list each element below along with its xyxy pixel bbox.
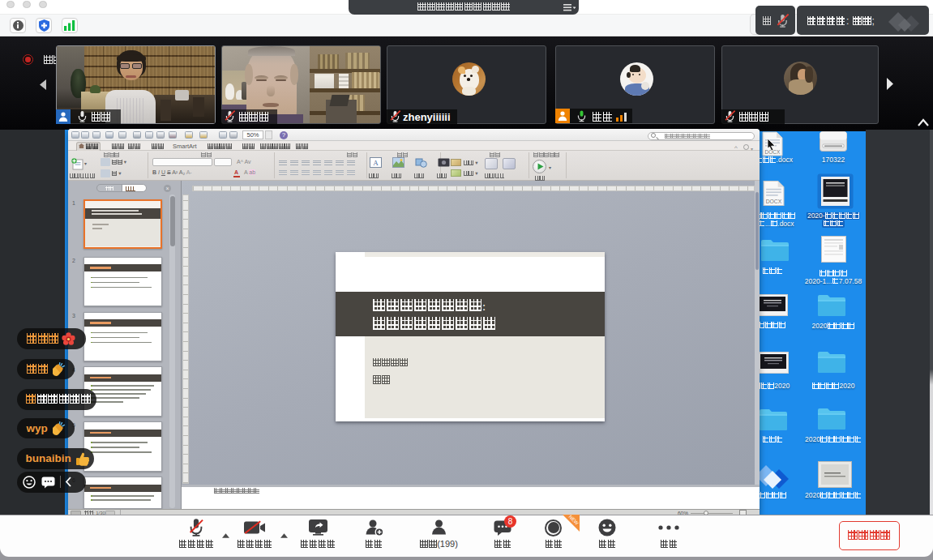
svg-text:A: A <box>373 159 379 167</box>
svg-text:DOCX: DOCX <box>766 199 782 204</box>
